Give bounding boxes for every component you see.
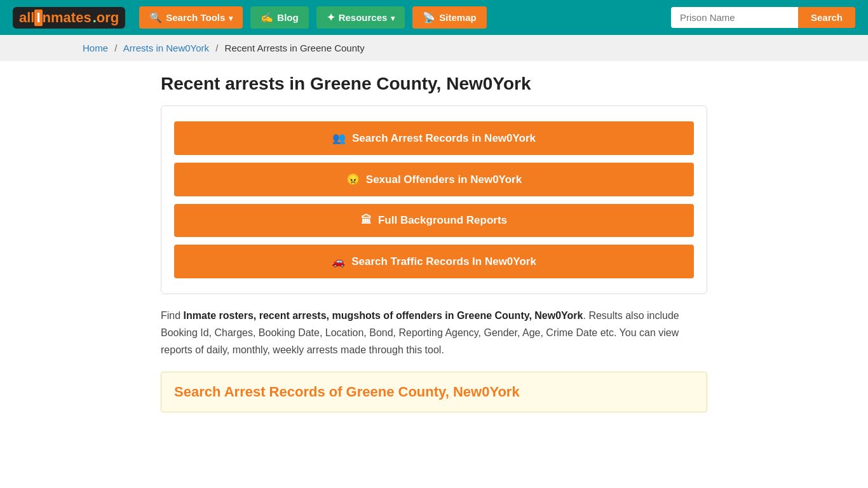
sitemap-label: Sitemap xyxy=(439,12,476,23)
users-icon: 👥 xyxy=(332,132,346,145)
dropdown-arrow xyxy=(229,12,233,23)
description: Find Inmate rosters, recent arrests, mug… xyxy=(161,307,707,359)
logo-i: I xyxy=(34,10,42,26)
search-records-section: Search Arrest Records of Greene County, … xyxy=(161,372,707,412)
search-tools-label: Search Tools xyxy=(166,12,225,23)
search-records-title: Search Arrest Records of Greene County, … xyxy=(174,384,694,400)
search-arrest-records-button[interactable]: 👥 Search Arrest Records in New0York xyxy=(174,121,694,155)
background-reports-label: Full Background Reports xyxy=(378,214,507,227)
blog-label: Blog xyxy=(277,12,298,23)
logo-nmates: nmates xyxy=(43,10,92,26)
breadcrumb-arrests-ny[interactable]: Arrests in New0York xyxy=(123,43,209,53)
dropdown-arrow-resources xyxy=(391,12,395,23)
desc-part1: Find xyxy=(161,310,184,321)
search-icon xyxy=(149,11,162,24)
breadcrumb-current: Recent Arrests in Greene County xyxy=(225,43,365,53)
resources-label: Resources xyxy=(339,12,388,23)
logo[interactable]: all I nmates . org xyxy=(13,7,125,29)
search-tools-button[interactable]: Search Tools xyxy=(139,6,243,29)
logo-org: org xyxy=(97,10,119,26)
report-icon: 🏛 xyxy=(361,214,372,227)
background-reports-button[interactable]: 🏛 Full Background Reports xyxy=(174,204,694,237)
logo-text: all xyxy=(19,10,34,26)
desc-bold: Inmate rosters, recent arrests, mugshots… xyxy=(184,310,583,321)
header-search: Search xyxy=(671,7,855,28)
search-arrest-label: Search Arrest Records in New0York xyxy=(352,132,536,145)
action-card: 👥 Search Arrest Records in New0York 😠 Se… xyxy=(161,105,707,294)
resources-icon xyxy=(327,11,335,24)
blog-button[interactable]: Blog xyxy=(250,6,308,29)
sexual-offenders-button[interactable]: 😠 Sexual Offenders in New0York xyxy=(174,163,694,196)
rss-icon xyxy=(423,11,435,24)
resources-button[interactable]: Resources xyxy=(316,6,405,29)
page-title: Recent arrests in Greene County, New0Yor… xyxy=(161,74,707,94)
main-content: Recent arrests in Greene County, New0Yor… xyxy=(148,61,720,425)
traffic-records-label: Search Traffic Records In New0York xyxy=(351,255,536,268)
sexual-offenders-label: Sexual Offenders in New0York xyxy=(366,173,522,186)
car-icon: 🚗 xyxy=(332,255,345,268)
breadcrumb-sep-1: / xyxy=(114,43,117,53)
header: all I nmates . org Search Tools Blog Res… xyxy=(0,0,868,35)
offender-icon: 😠 xyxy=(346,173,360,186)
sitemap-button[interactable]: Sitemap xyxy=(412,6,486,29)
traffic-records-button[interactable]: 🚗 Search Traffic Records In New0York xyxy=(174,245,694,278)
breadcrumb: Home / Arrests in New0York / Recent Arre… xyxy=(0,35,868,61)
blog-icon xyxy=(261,11,273,24)
prison-name-input[interactable] xyxy=(671,7,798,28)
breadcrumb-sep-2: / xyxy=(215,43,218,53)
header-search-button[interactable]: Search xyxy=(798,7,855,28)
breadcrumb-home[interactable]: Home xyxy=(83,43,108,53)
